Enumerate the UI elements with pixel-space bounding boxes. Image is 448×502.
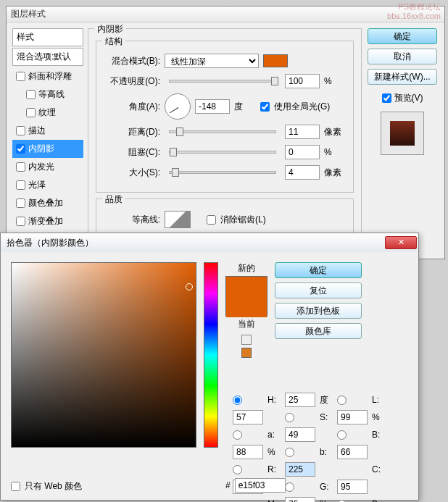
style-item-check-2[interactable]: [26, 108, 36, 117]
style-item-4[interactable]: 内阴影: [12, 140, 83, 158]
style-item-check-7[interactable]: [16, 198, 25, 208]
picker-title: 拾色器（内阴影颜色）: [7, 237, 94, 249]
new-style-button[interactable]: 新建样式(W)...: [368, 69, 437, 85]
style-item-0[interactable]: 斜面和浮雕: [12, 67, 83, 85]
add-swatch-button[interactable]: 添加到色板: [275, 303, 362, 319]
sv-field[interactable]: [11, 262, 196, 448]
global-light-label: 使用全局光(G): [274, 101, 330, 113]
picker-reset-button[interactable]: 复位: [275, 283, 362, 298]
style-item-5[interactable]: 内发光: [12, 158, 83, 176]
a-label: a:: [267, 430, 281, 440]
style-item-3[interactable]: 描边: [12, 122, 83, 140]
new-label: 新的: [238, 262, 255, 275]
g-input[interactable]: [337, 480, 368, 494]
style-item-8[interactable]: 渐变叠加: [12, 212, 83, 230]
hex-label: #: [225, 480, 231, 490]
style-item-7[interactable]: 颜色叠加: [12, 194, 83, 212]
size-input[interactable]: [285, 165, 320, 180]
m-input[interactable]: [285, 497, 315, 502]
l-radio[interactable]: [337, 396, 347, 405]
watermark-l1: PS教程论坛: [398, 1, 441, 12]
distance-input[interactable]: [285, 125, 320, 139]
choke-input[interactable]: [285, 145, 320, 159]
web-only-check[interactable]: [11, 482, 20, 491]
global-light-check[interactable]: [260, 102, 270, 112]
new-current-swatch[interactable]: [225, 276, 267, 317]
contour-swatch[interactable]: [165, 211, 191, 228]
structure-title: 结构: [102, 35, 125, 48]
current-label: 当前: [238, 318, 255, 330]
color-lib-button[interactable]: 颜色库: [275, 323, 362, 339]
g-radio[interactable]: [285, 482, 294, 492]
brgb-radio[interactable]: [337, 500, 347, 503]
style-item-check-6[interactable]: [16, 180, 25, 190]
size-label: 大小(S):: [104, 167, 160, 179]
g-label: G:: [320, 482, 333, 492]
bhsb-input[interactable]: [233, 445, 263, 459]
style-item-label-5: 内发光: [28, 161, 54, 173]
distance-unit: 像素: [324, 126, 346, 138]
color-picker-window: 拾色器（内阴影颜色） ✕ 新的 当前 确定 复位 添加到色板 颜色库 H:度 L…: [0, 233, 419, 501]
antialias-label: 消除锯齿(L): [220, 214, 266, 226]
style-item-label-3: 描边: [28, 125, 46, 137]
layer-style-titlebar[interactable]: 图层样式: [7, 7, 444, 22]
bhsb-unit: %: [267, 447, 281, 457]
style-item-6[interactable]: 光泽: [12, 176, 83, 194]
size-slider[interactable]: [169, 171, 276, 174]
b-radio[interactable]: [337, 430, 347, 440]
ok-button[interactable]: 确定: [368, 28, 437, 44]
websafe-swatch-icon[interactable]: [241, 348, 252, 358]
blend-mode-select[interactable]: 线性加深: [165, 54, 259, 68]
picker-ok-button[interactable]: 确定: [275, 262, 362, 278]
l-input[interactable]: [233, 410, 263, 424]
h-radio[interactable]: [233, 396, 242, 405]
style-item-check-3[interactable]: [16, 126, 25, 135]
opacity-slider[interactable]: [169, 80, 276, 83]
m-unit: %: [320, 499, 333, 502]
style-item-1[interactable]: 等高线: [12, 85, 83, 104]
style-item-label-2: 纹理: [38, 106, 56, 119]
s-input[interactable]: [337, 410, 368, 424]
distance-slider[interactable]: [169, 130, 276, 133]
gamut-warning-icon[interactable]: [241, 335, 252, 345]
r-input[interactable]: [285, 462, 315, 477]
style-item-label-8: 渐变叠加: [28, 215, 63, 227]
opacity-unit: %: [324, 76, 346, 86]
choke-slider[interactable]: [169, 151, 276, 154]
h-label: H:: [267, 395, 281, 405]
hue-slider[interactable]: [204, 262, 218, 448]
s-radio[interactable]: [285, 413, 294, 422]
style-item-2[interactable]: 纹理: [12, 104, 83, 122]
h-unit: 度: [320, 394, 333, 406]
choke-unit: %: [324, 147, 346, 157]
preview-check[interactable]: [382, 93, 391, 103]
s-unit: %: [372, 412, 385, 422]
style-item-check-1[interactable]: [26, 90, 36, 99]
style-item-check-4[interactable]: [16, 144, 25, 154]
picker-titlebar[interactable]: 拾色器（内阴影颜色） ✕: [1, 233, 418, 252]
antialias-check[interactable]: [207, 215, 216, 225]
blab-input[interactable]: [337, 445, 368, 459]
angle-dial[interactable]: [165, 93, 191, 120]
style-item-check-5[interactable]: [16, 162, 25, 172]
a-radio[interactable]: [233, 430, 242, 440]
hex-input[interactable]: [235, 478, 286, 493]
style-item-check-0[interactable]: [16, 72, 25, 81]
r-label: R:: [267, 464, 281, 474]
watermark-l2: bbs.16xx8.com: [387, 12, 441, 20]
opacity-input[interactable]: [285, 74, 320, 88]
m-label: M:: [267, 499, 281, 502]
color-swatch[interactable]: [263, 54, 288, 67]
blend-default[interactable]: 混合选项:默认: [12, 48, 83, 66]
cancel-button[interactable]: 取消: [368, 49, 437, 64]
r-radio[interactable]: [233, 465, 242, 474]
a-input[interactable]: [285, 427, 315, 442]
style-item-check-8[interactable]: [16, 217, 25, 226]
close-button[interactable]: ✕: [385, 236, 417, 249]
layer-style-title: 图层样式: [11, 8, 46, 20]
blab-radio[interactable]: [285, 448, 294, 457]
blend-mode-label: 混合模式(B):: [104, 55, 160, 67]
angle-unit: 度: [234, 101, 256, 113]
h-input[interactable]: [285, 393, 315, 407]
angle-input[interactable]: [195, 99, 230, 114]
